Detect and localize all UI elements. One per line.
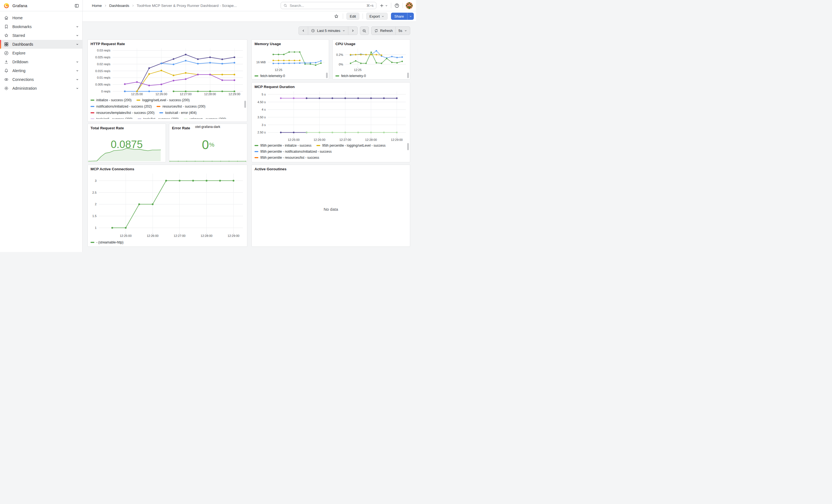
export-button[interactable]: Export (366, 12, 388, 20)
legend-label: 95th percentile - resources/templates/li… (260, 162, 334, 162)
divider (402, 3, 403, 8)
help-button[interactable] (394, 3, 399, 8)
sidebar-toggle-icon[interactable] (74, 3, 80, 9)
panel-title[interactable]: HTTP Request Rate (88, 39, 247, 47)
stat-value: 0.0875 (111, 139, 142, 151)
legend-item[interactable]: resources/templates/list - success (200) (90, 111, 154, 115)
svg-text:0.03 req/s: 0.03 req/s (97, 49, 110, 52)
legend-label: tools/call - error (404) (165, 111, 197, 115)
share-menu-chevron-icon[interactable] (407, 12, 414, 20)
legend-label: fetch-telemetry-0 (260, 74, 285, 78)
svg-text:12:29:00: 12:29:00 (229, 92, 240, 96)
svg-text:3: 3 (95, 179, 97, 182)
mcp-request-duration-chart[interactable]: 5 s4.50 s4 s3.50 s3 s2.50 s12:25:0012:26… (254, 90, 408, 142)
sidebar-item-alerting[interactable]: Alerting (0, 66, 82, 75)
edit-button[interactable]: Edit (346, 12, 359, 20)
legend-scrollbar[interactable] (326, 73, 328, 78)
svg-text:12:28:00: 12:28:00 (204, 92, 216, 96)
brand: Grafana (3, 0, 27, 11)
time-range-group: Last 5 minutes (298, 26, 358, 35)
sidebar-item-dashboards[interactable]: Dashboards (0, 40, 82, 49)
sidebar-item-starred[interactable]: Starred (0, 31, 82, 40)
add-button[interactable] (380, 3, 388, 8)
legend-swatch (335, 75, 339, 77)
zoom-out-button[interactable] (360, 26, 369, 35)
cpu-usage-chart[interactable]: 0.2%0%12:25 (335, 47, 408, 72)
http-request-rate-chart[interactable]: 0.03 req/s0.025 req/s0.02 req/s0.015 req… (90, 47, 245, 96)
sidebar-item-explore[interactable]: Explore (0, 49, 82, 57)
legend-scrollbar[interactable] (244, 101, 246, 108)
svg-text:12:29:00: 12:29:00 (391, 138, 403, 141)
svg-text:12:25: 12:25 (354, 68, 362, 72)
legend-item[interactable]: fetch-telemetry-0 (255, 74, 285, 78)
panel-cpu-usage: CPU Usage 0.2%0%12:25 fetch-telemetry-0 (332, 39, 410, 80)
refresh-interval-picker[interactable]: 5s (395, 27, 410, 35)
legend-item[interactable]: - (streamable-http) (90, 240, 124, 244)
search-box[interactable]: ⌘+k (281, 2, 376, 9)
svg-text:12:25: 12:25 (275, 68, 283, 72)
legend-item[interactable]: unknown - success (200) (184, 117, 226, 119)
legend-item[interactable]: tools/call - error (404) (159, 111, 197, 115)
svg-text:0.025 req/s: 0.025 req/s (95, 56, 111, 59)
svg-text:0.2%: 0.2% (336, 53, 343, 56)
chevron-down-icon (76, 43, 79, 46)
sidebar-item-connections[interactable]: Connections (0, 75, 82, 84)
legend-item[interactable]: 95th percentile - logging/setLevel - suc… (316, 143, 386, 148)
sidebar-item-administration[interactable]: Administration (0, 84, 82, 93)
legend-label: - (streamable-http) (96, 240, 124, 244)
refresh-button[interactable]: Refresh (371, 27, 396, 35)
time-range-picker[interactable]: Last 5 minutes (308, 27, 348, 35)
sidebar-item-home[interactable]: Home (0, 14, 82, 22)
svg-text:12:26:00: 12:26:00 (155, 92, 167, 96)
share-button[interactable]: Share (391, 12, 407, 20)
panel-title[interactable]: MCP Active Connections (88, 165, 247, 172)
legend-item[interactable]: initialize - success (200) (90, 98, 131, 102)
sidebar-item-drilldown[interactable]: Drilldown (0, 57, 82, 66)
legend-item[interactable]: 95th percentile - resources/templates/li… (255, 162, 334, 162)
avatar[interactable] (406, 2, 413, 9)
legend-item[interactable]: tools/call - success (200) (90, 117, 133, 119)
panel-title[interactable]: Active Goroutines (252, 165, 410, 172)
breadcrumb-dashboards[interactable]: Dashboards (109, 4, 129, 8)
legend-row: 95th percentile - initialize - success95… (255, 142, 407, 149)
legend: fetch-telemetry-0 (255, 73, 326, 79)
search-shortcut: ⌘+k (366, 4, 374, 8)
svg-text:12:28:00: 12:28:00 (365, 138, 377, 141)
legend-swatch (159, 112, 163, 113)
legend-item[interactable]: tools/list - success (200) (137, 117, 179, 119)
svg-text:12:27:00: 12:27:00 (180, 92, 192, 96)
legend: initialize - success (200)logging/setLev… (90, 97, 244, 119)
legend-row: 95th percentile - resources/list - succe… (255, 155, 407, 161)
chevron-right-icon (131, 4, 135, 7)
sidebar-item-bookmarks[interactable]: Bookmarks (0, 22, 82, 31)
legend-item[interactable]: 95th percentile - resources/list - succe… (255, 156, 319, 160)
legend: 95th percentile - initialize - success95… (255, 142, 407, 162)
export-label: Export (369, 14, 380, 19)
legend-item[interactable]: 95th percentile - initialize - success (255, 143, 311, 148)
svg-text:2: 2 (95, 203, 97, 206)
legend-item[interactable]: resources/list - success (200) (157, 105, 205, 108)
panel-title[interactable]: Memory Usage (252, 39, 329, 47)
chevron-down-icon (76, 60, 79, 63)
legend-swatch (90, 112, 94, 113)
legend-item[interactable]: fetch-telemetry-0 (335, 74, 366, 78)
mcp-active-connections-chart[interactable]: 32.521.5112:25:0012:26:0012:27:0012:28:0… (90, 172, 245, 238)
memory-usage-chart[interactable]: 16 MiB12:25 (254, 47, 327, 72)
share-button-group: Share (391, 12, 414, 20)
legend-swatch (137, 118, 141, 119)
svg-text:0.005 req/s: 0.005 req/s (95, 83, 111, 86)
legend-item[interactable]: notifications/initialized - success (202… (90, 105, 152, 108)
search-input[interactable] (289, 3, 365, 8)
star-icon[interactable] (334, 14, 339, 19)
legend-scrollbar[interactable] (407, 73, 409, 78)
panel-title[interactable]: CPU Usage (333, 39, 410, 47)
legend-item[interactable]: 95th percentile - notifications/initiali… (255, 150, 332, 154)
time-forward-button[interactable] (348, 27, 357, 35)
legend-item[interactable]: logging/setLevel - success (200) (136, 98, 189, 102)
legend-row: - (streamable-http) (90, 239, 244, 245)
legend-scrollbar[interactable] (407, 143, 409, 150)
time-back-button[interactable] (299, 27, 308, 35)
panel-memory-usage: Memory Usage 16 MiB12:25 fetch-telemetry… (252, 39, 329, 80)
breadcrumb-home[interactable]: Home (92, 4, 102, 8)
panel-title[interactable]: MCP Request Duration (252, 82, 410, 90)
